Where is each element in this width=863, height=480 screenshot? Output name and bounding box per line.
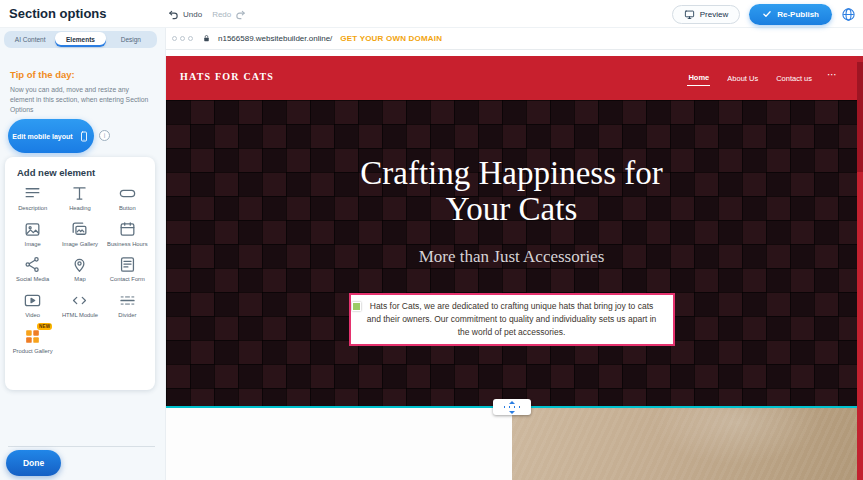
video-icon	[23, 291, 42, 310]
add-new-element-panel: Add new element DescriptionHeadingButton…	[5, 157, 155, 390]
undo-redo-group: Undo Redo	[168, 0, 246, 28]
next-section	[166, 408, 857, 480]
contact-form-icon	[118, 255, 137, 274]
element-label: Business Hours	[107, 241, 148, 248]
add-element-button[interactable]: Button	[104, 184, 151, 212]
scrollbar-thumb[interactable]	[857, 62, 863, 172]
app-window: Section options Undo Redo Preview Re-Pub…	[0, 0, 863, 480]
hero-title-line: Crafting Happiness for	[360, 156, 662, 192]
add-element-product-gallery[interactable]: NEWProduct Gallery	[9, 327, 56, 355]
tab-ai-content[interactable]: AI Content	[5, 32, 55, 47]
element-label: Product Gallery	[13, 348, 53, 355]
tab-elements[interactable]: Elements	[55, 32, 105, 47]
element-label: Heading	[69, 205, 91, 212]
redo-button[interactable]: Redo	[212, 9, 246, 20]
description-icon	[23, 184, 42, 203]
element-label: Contact Form	[110, 276, 145, 283]
window-dot	[188, 36, 193, 41]
html-module-icon	[70, 291, 89, 310]
drag-grip-dots-icon	[502, 405, 522, 410]
republish-button[interactable]: Re-Publish	[749, 4, 832, 25]
element-label: Image Gallery	[62, 241, 98, 248]
nav-item-contact-us[interactable]: Contact us	[775, 71, 813, 86]
business-hours-icon	[118, 220, 137, 239]
redo-label: Redo	[212, 10, 231, 19]
preview-label: Preview	[700, 10, 728, 19]
main-canvas: n1566589.websitebuilder.online/ GET YOUR…	[166, 28, 863, 480]
check-icon	[762, 9, 772, 19]
undo-icon	[168, 9, 179, 20]
more-menu-icon[interactable]: ⋯	[827, 70, 837, 80]
globe-icon	[841, 7, 856, 22]
image-gallery-icon	[70, 220, 89, 239]
tip-of-the-day-title: Tip of the day:	[10, 69, 75, 80]
window-dot	[172, 36, 177, 41]
heading-icon	[70, 184, 89, 203]
done-button[interactable]: Done	[6, 450, 61, 476]
tip-of-the-day-body: Now you can add, move and resize any ele…	[10, 85, 152, 115]
hero-title: Crafting Happiness forYour Cats	[360, 156, 662, 227]
edit-mobile-layout-label: Edit mobile layout	[12, 133, 72, 140]
hero-text-element[interactable]: Hats for Cats, we are dedicated to craft…	[349, 293, 675, 345]
site-header: HATS FOR CATS HomeAbout UsContact us ⋯	[166, 56, 857, 100]
hero-section: Crafting Happiness forYour Cats More tha…	[166, 100, 857, 406]
add-element-video[interactable]: Video	[9, 291, 56, 319]
element-grid: DescriptionHeadingButtonImageImage Galle…	[5, 182, 155, 356]
preview-button[interactable]: Preview	[672, 5, 740, 24]
browser-bar: n1566589.websitebuilder.online/ GET YOUR…	[166, 28, 863, 50]
lock-icon	[202, 34, 211, 43]
add-element-divider[interactable]: Divider	[104, 291, 151, 319]
site-scrollbar[interactable]	[857, 56, 863, 480]
topbar: Section options Undo Redo Preview Re-Pub…	[0, 0, 863, 28]
tab-design[interactable]: Design	[106, 32, 156, 47]
site-logo[interactable]: HATS FOR CATS	[180, 71, 274, 82]
add-new-element-title: Add new element	[5, 157, 155, 182]
add-element-description[interactable]: Description	[9, 184, 56, 212]
button-icon	[118, 184, 137, 203]
image-icon	[23, 220, 42, 239]
sidebar-divider	[8, 446, 155, 447]
language-globe-button[interactable]	[841, 7, 856, 22]
element-label: Map	[74, 276, 85, 283]
edit-mobile-layout-button[interactable]: Edit mobile layout	[8, 119, 94, 153]
social-media-icon	[23, 255, 42, 274]
republish-label: Re-Publish	[777, 10, 819, 19]
undo-label: Undo	[183, 10, 202, 19]
mobile-phone-icon	[78, 129, 90, 144]
add-element-html-module[interactable]: HTML Module	[56, 291, 103, 319]
redo-icon	[235, 9, 246, 20]
element-drag-handle[interactable]	[352, 302, 361, 311]
divider-icon	[118, 291, 137, 310]
hero-paragraph: Hats for Cats, we are dedicated to craft…	[367, 301, 657, 337]
info-icon[interactable]: i	[99, 130, 110, 141]
undo-button[interactable]: Undo	[168, 9, 202, 20]
resize-arrow-up-icon	[509, 401, 515, 404]
site-nav: HomeAbout UsContact us	[687, 56, 813, 100]
add-element-heading[interactable]: Heading	[56, 184, 103, 212]
element-label: Divider	[118, 312, 136, 319]
element-label: Image	[25, 241, 41, 248]
page-title: Section options	[9, 6, 107, 21]
add-element-social-media[interactable]: Social Media	[9, 255, 56, 283]
element-label: HTML Module	[62, 312, 98, 319]
new-badge: NEW	[37, 323, 52, 330]
element-label: Video	[25, 312, 40, 319]
hero-subtitle: More than Just Accessories	[419, 247, 605, 267]
resize-arrow-down-icon	[509, 411, 515, 414]
topbar-actions: Preview Re-Publish	[672, 0, 856, 28]
add-element-image[interactable]: Image	[9, 220, 56, 248]
add-element-map[interactable]: Map	[56, 255, 103, 283]
hero-title-line: Your Cats	[360, 192, 662, 228]
element-label: Description	[18, 205, 47, 212]
element-label: Button	[119, 205, 136, 212]
nav-item-home[interactable]: Home	[687, 70, 710, 86]
map-icon	[70, 255, 89, 274]
get-your-own-domain-link[interactable]: GET YOUR OWN DOMAIN	[340, 34, 442, 43]
add-element-business-hours[interactable]: Business Hours	[104, 220, 151, 248]
nav-item-about-us[interactable]: About Us	[726, 71, 759, 86]
add-element-image-gallery[interactable]: Image Gallery	[56, 220, 103, 248]
monitor-icon	[684, 9, 695, 20]
section-resize-handle[interactable]	[493, 399, 531, 415]
element-label: Social Media	[16, 276, 49, 283]
add-element-contact-form[interactable]: Contact Form	[104, 255, 151, 283]
